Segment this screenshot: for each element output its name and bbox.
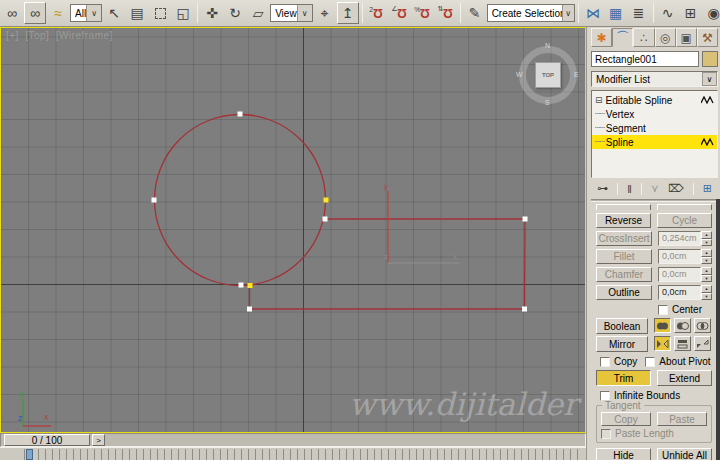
first-vertices[interactable]	[248, 198, 329, 289]
layer-manager-icon[interactable]: ≣	[628, 2, 650, 24]
select-by-name-icon[interactable]: ▤	[126, 2, 148, 24]
next-frame-button[interactable]: >	[92, 434, 105, 446]
utilities-tab[interactable]: ⚒	[697, 28, 718, 47]
pin-stack-icon[interactable]: ⊶	[597, 182, 608, 195]
outline-button[interactable]: Outline	[596, 285, 652, 300]
bind-to-space-warp-icon[interactable]: ≈	[47, 2, 69, 24]
panel-scrollbar[interactable]	[716, 199, 720, 460]
unlink-selection-icon[interactable]: ∞	[24, 2, 46, 24]
schematic-view-icon[interactable]: ⊞	[680, 2, 702, 24]
spline-vertices[interactable]	[152, 112, 528, 312]
spinner-down-icon[interactable]: ▼	[701, 239, 712, 247]
paste-length-checkbox[interactable]	[601, 429, 611, 439]
boolean-union-icon[interactable]	[654, 318, 671, 333]
reverse-button[interactable]: Reverse	[596, 213, 651, 228]
time-slider[interactable]: 0 / 100 >	[0, 433, 586, 447]
named-selection-set-dropdown[interactable]: Create Selection Se ∨	[487, 4, 575, 22]
time-slider-handle[interactable]: 0 / 100	[4, 434, 90, 446]
stack-item-segment[interactable]: ┄┄Segment	[592, 121, 717, 135]
fillet-button[interactable]: Fillet	[596, 249, 652, 264]
collapse-icon[interactable]: ⊟	[595, 95, 603, 105]
spinner-down-icon[interactable]: ▼	[701, 275, 712, 283]
tangent-paste-button[interactable]: Paste	[657, 412, 707, 426]
object-color-swatch[interactable]	[702, 51, 718, 67]
stack-item-spline[interactable]: ┄┄Spline	[592, 135, 717, 149]
center-checkbox[interactable]	[658, 305, 668, 315]
copy-checkbox[interactable]	[600, 357, 610, 367]
named-selection-sets-icon[interactable]: ✎	[464, 2, 486, 24]
current-frame-marker[interactable]	[26, 449, 33, 460]
cutoff-button[interactable]	[657, 204, 712, 210]
percent-snap-icon[interactable]: %Ω	[412, 2, 434, 24]
align-icon[interactable]: ▦	[605, 2, 627, 24]
window-crossing-icon[interactable]: ◱	[172, 2, 194, 24]
mirror-both-icon[interactable]	[694, 336, 711, 351]
spinner-up-icon[interactable]: ▲	[701, 231, 712, 239]
mirror-vertical-icon[interactable]	[674, 336, 691, 351]
object-name-field[interactable]	[591, 51, 699, 67]
outline-value[interactable]: 0,0cm	[658, 285, 701, 300]
modify-tab[interactable]: ⌒	[612, 28, 633, 47]
cross-insert-value[interactable]: 0,254cm	[658, 231, 701, 246]
unhide-all-button[interactable]: Unhide All	[657, 448, 712, 460]
viewcube-top-face[interactable]: TOP	[535, 62, 561, 88]
viewcube[interactable]: N E S W TOP	[515, 42, 581, 108]
chevron-down-icon: ∨	[702, 72, 717, 86]
spinner-up-icon[interactable]: ▲	[701, 249, 712, 257]
cutoff-button[interactable]	[596, 204, 651, 210]
create-tab[interactable]: ✱	[591, 28, 612, 47]
spinner-up-icon[interactable]: ▲	[701, 267, 712, 275]
spinner-down-icon[interactable]: ▼	[701, 293, 712, 301]
reference-coordinate-dropdown[interactable]: View ∨	[270, 4, 313, 22]
show-end-result-icon[interactable]: ‖	[627, 183, 632, 195]
select-and-rotate-icon[interactable]: ↻	[224, 2, 246, 24]
mirror-horizontal-icon[interactable]	[654, 336, 671, 351]
hierarchy-tab[interactable]: ∴	[633, 28, 654, 47]
curve-editor-icon[interactable]: ∿	[657, 2, 679, 24]
boolean-intersection-icon[interactable]	[694, 318, 711, 333]
select-and-move-icon[interactable]: ✜	[201, 2, 223, 24]
viewport-top[interactable]: [+] [Top] [Wireframe] y z x y x z	[0, 27, 586, 433]
mirror-button[interactable]: Mirror	[596, 336, 648, 352]
cycle-button[interactable]: Cycle	[657, 213, 712, 228]
chamfer-button[interactable]: Chamfer	[596, 267, 652, 282]
display-tab[interactable]: ▣	[676, 28, 697, 47]
spinner-snap-icon[interactable]: ⇅Ω	[435, 2, 457, 24]
toolbar-separator	[362, 3, 363, 23]
remove-modifier-icon[interactable]: ⌦	[668, 182, 684, 195]
circle-spline[interactable]	[155, 115, 326, 286]
track-bar[interactable]	[0, 447, 586, 460]
modifier-list-dropdown[interactable]: Modifier List ∨	[591, 71, 718, 87]
make-unique-icon[interactable]: ⋎	[651, 182, 659, 195]
angle-snap-icon[interactable]: ∠Ω	[389, 2, 411, 24]
spinner-up-icon[interactable]: ▲	[701, 285, 712, 293]
configure-modifier-sets-icon[interactable]: ⊞	[703, 182, 712, 195]
chamfer-value[interactable]: 0,0cm	[658, 267, 701, 282]
snaps-toggle-icon[interactable]: 2Ω	[366, 2, 388, 24]
boolean-button[interactable]: Boolean	[596, 318, 648, 334]
select-and-scale-icon[interactable]: ▱	[247, 2, 269, 24]
cross-insert-button[interactable]: CrossInsert	[596, 231, 652, 246]
mirror-icon[interactable]: ⋈	[582, 2, 604, 24]
stack-item-editable-spline[interactable]: ⊟ Editable Spline	[592, 93, 717, 107]
about-pivot-checkbox[interactable]	[645, 357, 655, 367]
rectangular-selection-region-icon[interactable]	[149, 2, 171, 24]
boolean-subtraction-icon[interactable]	[674, 318, 691, 333]
select-object-icon[interactable]: ↖	[103, 2, 125, 24]
select-and-manipulate-icon[interactable]: ↥	[337, 2, 359, 24]
spinner-down-icon[interactable]: ▼	[701, 257, 712, 265]
fillet-value[interactable]: 0,0cm	[658, 249, 701, 264]
hide-button[interactable]: Hide	[596, 448, 651, 460]
rectangle-spline[interactable]	[250, 219, 526, 309]
trim-button[interactable]: Trim	[596, 370, 651, 386]
extend-button[interactable]: Extend	[657, 370, 712, 386]
stack-item-vertex[interactable]: ┄┄Vertex	[592, 107, 717, 121]
modifier-stack: ⊟ Editable Spline ┄┄Vertex ┄┄Segment ┄┄S…	[591, 90, 718, 178]
material-editor-icon[interactable]: ◉	[703, 2, 720, 24]
motion-tab[interactable]: ◎	[655, 28, 676, 47]
tangent-copy-button[interactable]: Copy	[601, 412, 651, 426]
use-pivot-point-center-icon[interactable]: ⌖	[314, 2, 336, 24]
select-and-link-icon[interactable]: ∞	[1, 2, 23, 24]
selection-filter-dropdown[interactable]: All ∨	[70, 4, 102, 22]
infinite-bounds-checkbox[interactable]	[600, 391, 610, 401]
